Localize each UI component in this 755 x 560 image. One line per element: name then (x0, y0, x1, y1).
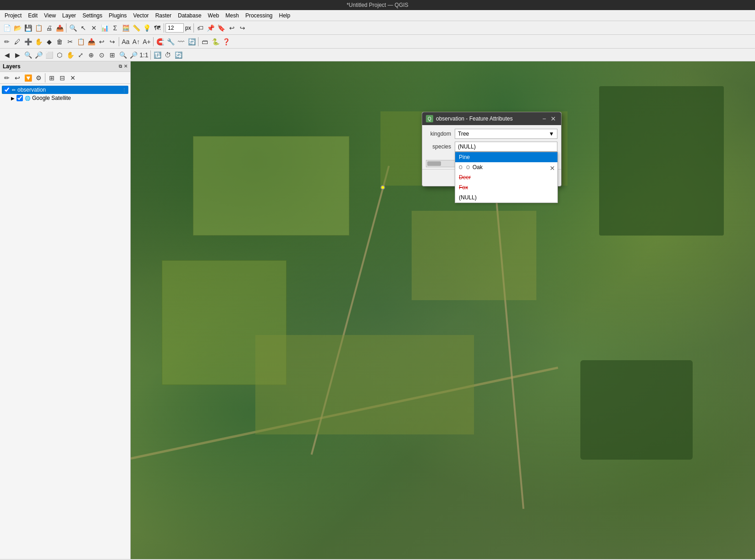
menu-database[interactable]: Database (175, 11, 204, 20)
zoom-in2-button[interactable]: 🔍 (118, 50, 128, 60)
map-tips-button[interactable]: 🗺 (152, 23, 162, 33)
zoom-native-button[interactable]: 1:1 (139, 50, 149, 60)
new-project-button[interactable]: 📄 (2, 23, 12, 33)
zoom-out-button[interactable]: 🔎 (33, 50, 44, 60)
add-feature-button[interactable]: ➕ (23, 37, 33, 47)
undo2-button[interactable]: ↩ (97, 37, 107, 47)
layers-collapse-button[interactable]: ⊟ (57, 73, 67, 83)
save-project-button[interactable]: 💾 (23, 23, 33, 33)
select-poly-button[interactable]: ⬡ (55, 50, 65, 60)
layer-satellite-expand[interactable]: ▶ (11, 96, 15, 101)
field-calc-button[interactable]: 🧮 (121, 23, 131, 33)
layer-observation-options[interactable]: ⋮ (122, 88, 127, 93)
annotation-button[interactable]: 🔖 (216, 23, 226, 33)
dropdown-item-fox[interactable]: Fox (455, 182, 557, 192)
fox-label: Fox (459, 184, 468, 191)
print-button[interactable]: 🖨 (44, 23, 54, 33)
measure-button[interactable]: 📏 (131, 23, 141, 33)
python-button[interactable]: 🐍 (210, 37, 220, 47)
menu-mesh[interactable]: Mesh (223, 11, 242, 20)
layers-filter-button[interactable]: 🔽 (23, 73, 33, 83)
tip-button[interactable]: 💡 (142, 23, 152, 33)
label4-button[interactable]: A+ (142, 37, 152, 47)
save-as-button[interactable]: 📋 (33, 23, 44, 33)
select-button[interactable]: ↖ (78, 23, 88, 33)
help-button[interactable]: ❓ (221, 37, 231, 47)
label-button[interactable]: 🏷 (195, 23, 205, 33)
undo-button[interactable]: 📤 (55, 23, 65, 33)
digitize-button[interactable]: 🖊 (12, 37, 22, 47)
deselect-button[interactable]: ✕ (89, 23, 99, 33)
menu-view[interactable]: View (41, 11, 59, 20)
layers-filter2-button[interactable]: ⚙ (33, 73, 44, 83)
edit-button[interactable]: ✏ (2, 37, 12, 47)
layer-satellite-checkbox[interactable] (17, 95, 23, 101)
layers-refresh-button[interactable]: ↩ (12, 73, 22, 83)
dialog-scroll-thumb[interactable] (427, 161, 441, 166)
dialog-minimize-button[interactable]: − (540, 115, 548, 123)
layer-observation[interactable]: ✏ observation ⋮ (2, 86, 128, 94)
identify-button[interactable]: 🔍 (68, 23, 78, 33)
menu-web[interactable]: Web (205, 11, 221, 20)
zoom-full-button[interactable]: ⤢ (76, 50, 86, 60)
pan-button[interactable]: ✋ (65, 50, 75, 60)
layers-expand-button[interactable]: ⊞ (47, 73, 57, 83)
layer-satellite[interactable]: ▶ 🌐 Google Satellite (2, 94, 128, 102)
menu-edit[interactable]: Edit (25, 11, 40, 20)
zoom-layer-button[interactable]: ⊕ (86, 50, 96, 60)
layers-add-button[interactable]: ✏ (2, 73, 12, 83)
zoom-out2-button[interactable]: 🔎 (128, 50, 138, 60)
label3-button[interactable]: A↑ (131, 37, 141, 47)
move-button[interactable]: ✋ (33, 37, 44, 47)
layers-panel-close[interactable]: ✕ (124, 64, 127, 69)
copy-button[interactable]: 📋 (76, 37, 86, 47)
dropdown-item-pine[interactable]: Pine (455, 152, 557, 162)
time-button[interactable]: ⏱ (163, 50, 173, 60)
cut-button[interactable]: ✂ (65, 37, 75, 47)
layers-remove-button[interactable]: ✕ (68, 73, 78, 83)
dropdown-item-deer[interactable]: Deer (455, 172, 557, 182)
stats-button[interactable]: Σ (110, 23, 120, 33)
delete-button[interactable]: 🗑 (55, 37, 65, 47)
zoom-selected-button[interactable]: ⊙ (97, 50, 107, 60)
menu-settings[interactable]: Settings (80, 11, 105, 20)
forward-button[interactable]: ↪ (237, 23, 248, 33)
trace-button[interactable]: 〰 (176, 37, 186, 47)
pan-right-button[interactable]: ▶ (12, 50, 22, 60)
menu-vector[interactable]: Vector (131, 11, 152, 20)
rotate-button[interactable]: 🔃 (152, 50, 162, 60)
species-dropdown-trigger[interactable]: (NULL) (455, 142, 557, 152)
dropdown-item-null[interactable]: (NULL) (455, 192, 557, 203)
dropdown-close-button[interactable]: ✕ (548, 164, 557, 172)
dialog-close-button[interactable]: ✕ (549, 115, 557, 123)
pan-left-button[interactable]: ◀ (2, 50, 12, 60)
menu-plugins[interactable]: Plugins (106, 11, 129, 20)
paste-button[interactable]: 📥 (86, 37, 96, 47)
layers-panel-float[interactable]: ⧉ (119, 64, 122, 69)
menu-raster[interactable]: Raster (153, 11, 174, 20)
select-rect-button[interactable]: ⬜ (44, 50, 54, 60)
menu-help[interactable]: Help (276, 11, 293, 20)
pin-button[interactable]: 📌 (206, 23, 216, 33)
zoom-in-button[interactable]: 🔍 (23, 50, 33, 60)
label2-button[interactable]: Aa (121, 37, 131, 47)
redo2-button[interactable]: ↪ (107, 37, 117, 47)
layer-observation-checkbox[interactable] (4, 87, 10, 93)
snap2-button[interactable]: 🔧 (165, 37, 176, 47)
db-button[interactable]: 🗃 (200, 37, 210, 47)
map-area[interactable]: Q observation - Feature Attributes − ✕ k… (131, 61, 755, 559)
refresh-button[interactable]: 🔄 (173, 50, 183, 60)
menu-processing[interactable]: Processing (242, 11, 275, 20)
reverse-button[interactable]: 🔄 (187, 37, 197, 47)
redo-button[interactable]: ↩ (227, 23, 237, 33)
open-attr-button[interactable]: 📊 (99, 23, 110, 33)
kingdom-dropdown-trigger[interactable]: Tree ▼ (455, 129, 557, 139)
snap-button[interactable]: 🧲 (155, 37, 165, 47)
open-project-button[interactable]: 📂 (12, 23, 22, 33)
zoom-box-button[interactable]: ⊞ (107, 50, 117, 60)
node-button[interactable]: ◆ (44, 37, 54, 47)
menu-project[interactable]: Project (2, 11, 24, 20)
menu-layer[interactable]: Layer (60, 11, 79, 20)
dropdown-item-oak[interactable]: O Oak (455, 162, 557, 172)
font-size-input[interactable] (165, 23, 184, 33)
